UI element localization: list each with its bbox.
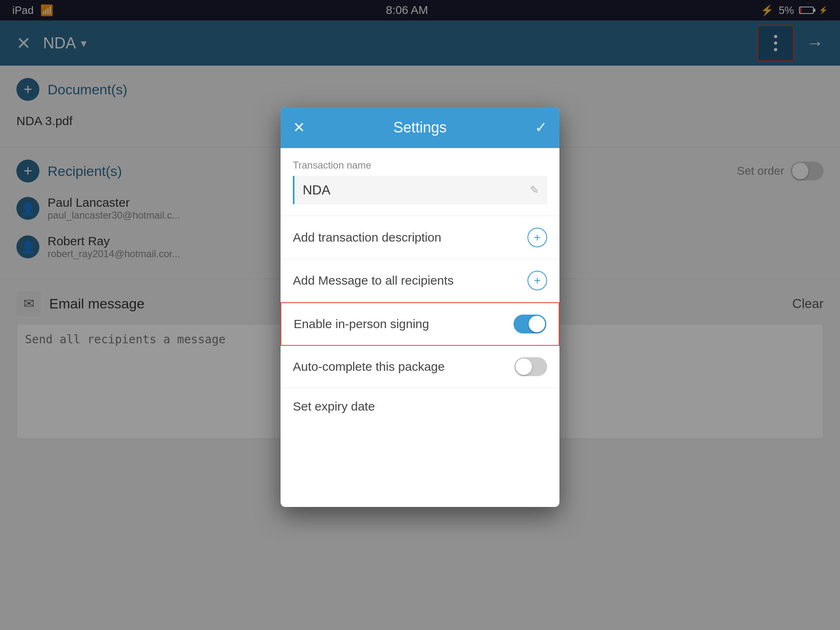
transaction-name-value: NDA (303, 183, 530, 198)
add-message-label: Add Message to all recipients (293, 274, 454, 288)
modal-title: Settings (393, 119, 447, 136)
add-message-button[interactable]: + (527, 271, 547, 290)
edit-icon[interactable]: ✎ (530, 184, 539, 196)
modal-header: ✕ Settings ✓ (281, 107, 559, 148)
add-description-label: Add transaction description (293, 231, 441, 244)
enable-inperson-toggle[interactable] (514, 315, 546, 333)
autocomplete-toggle[interactable] (514, 357, 547, 376)
modal-footer-space (281, 425, 559, 507)
add-description-button[interactable]: + (527, 228, 547, 247)
autocomplete-row: Auto-complete this package (281, 346, 559, 388)
autocomplete-label: Auto-complete this package (293, 360, 445, 374)
expiry-date-row[interactable]: Set expiry date (281, 388, 559, 425)
settings-modal: ✕ Settings ✓ Transaction name NDA ✎ Add … (281, 107, 559, 507)
expiry-date-label: Set expiry date (293, 399, 375, 413)
add-description-row[interactable]: Add transaction description + (281, 216, 559, 259)
add-message-row[interactable]: Add Message to all recipients + (281, 259, 559, 302)
modal-confirm-button[interactable]: ✓ (535, 119, 547, 136)
enable-inperson-label: Enable in-person signing (294, 317, 429, 331)
modal-close-button[interactable]: ✕ (293, 119, 305, 136)
enable-inperson-row: Enable in-person signing (281, 302, 559, 346)
transaction-name-input-row[interactable]: NDA ✎ (293, 176, 547, 204)
transaction-name-label: Transaction name (293, 160, 547, 171)
transaction-name-section: Transaction name NDA ✎ (281, 148, 559, 216)
